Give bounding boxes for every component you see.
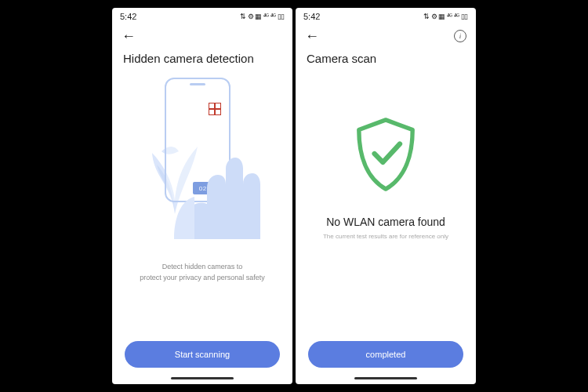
- result-subtitle: The current test results are for referen…: [323, 233, 448, 240]
- page-title: Hidden camera detection: [112, 47, 292, 68]
- home-indicator[interactable]: [354, 377, 417, 379]
- status-bar: 5:42 ⇅ ⚙ ▦ ⁴ᴳ ⁴ᴳ ▯▯: [296, 8, 476, 25]
- status-time: 5:42: [303, 12, 320, 21]
- caption-line2: protect your privacy and personal safety: [140, 272, 265, 283]
- result-title: No WLAN camera found: [326, 216, 445, 228]
- caption: Detect hidden cameras to protect your pr…: [124, 261, 281, 284]
- status-time: 5:42: [120, 12, 136, 21]
- back-arrow-icon[interactable]: ←: [305, 28, 319, 45]
- screen-camera-scan: 5:42 ⇅ ⚙ ▦ ⁴ᴳ ⁴ᴳ ▯▯ ← i Camera scan No W…: [296, 8, 476, 384]
- illustration: 02:36: [132, 74, 273, 239]
- status-indicators: ⇅ ⚙ ▦ ⁴ᴳ ⁴ᴳ ▯▯: [240, 13, 285, 20]
- back-arrow-icon[interactable]: ←: [122, 28, 136, 45]
- content-area: No WLAN camera found The current test re…: [296, 68, 476, 341]
- completed-button[interactable]: completed: [308, 341, 463, 368]
- hand-icon: [160, 137, 270, 239]
- status-indicators: ⇅ ⚙ ▦ ⁴ᴳ ⁴ᴳ ▯▯: [423, 13, 468, 20]
- nav-bar: ←: [112, 25, 292, 47]
- screen-hidden-camera-detection: 5:42 ⇅ ⚙ ▦ ⁴ᴳ ⁴ᴳ ▯▯ ← Hidden camera dete…: [112, 8, 292, 384]
- nav-bar: ← i: [296, 25, 476, 47]
- status-bar: 5:42 ⇅ ⚙ ▦ ⁴ᴳ ⁴ᴳ ▯▯: [112, 8, 292, 25]
- home-indicator[interactable]: [171, 377, 234, 379]
- shield-check-icon: [350, 115, 421, 194]
- info-icon[interactable]: i: [454, 30, 466, 42]
- viewfinder-icon: [209, 103, 221, 115]
- content-area: 02:36 Detect hidden cameras to protect y…: [112, 68, 292, 341]
- page-title: Camera scan: [296, 47, 476, 68]
- caption-line1: Detect hidden cameras to: [140, 261, 265, 272]
- start-scanning-button[interactable]: Start scanning: [125, 341, 280, 368]
